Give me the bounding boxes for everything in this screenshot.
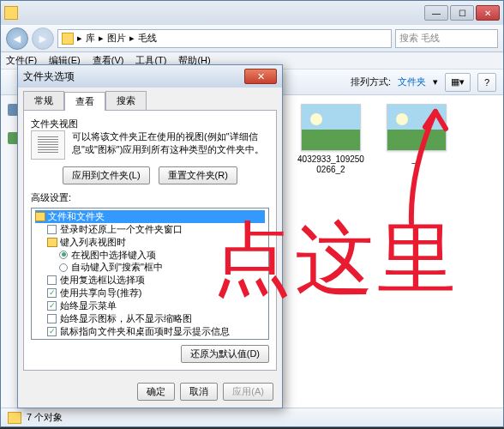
tree-item[interactable]: 键入列表视图时 — [35, 236, 265, 249]
status-count: 7 个对象 — [27, 411, 63, 424]
radio-icon[interactable] — [59, 263, 68, 272]
checkbox-icon[interactable]: ✓ — [47, 288, 57, 298]
close-button[interactable]: ✕ — [476, 5, 500, 21]
tree-item[interactable]: 登录时还原上一个文件夹窗口 — [35, 223, 265, 236]
folder-icon — [62, 33, 74, 45]
nav-bar: ◄ ► ▸ 库 ▸ 图片 ▸ 毛线 搜索 毛线 — [1, 25, 503, 52]
tab-search[interactable]: 搜索 — [105, 91, 147, 110]
apply-button[interactable]: 应用(A) — [223, 383, 273, 401]
tab-strip: 常规 查看 搜索 — [18, 88, 282, 110]
checkbox-icon[interactable]: ✓ — [47, 339, 57, 340]
tab-panel-view: 文件夹视图 可以将该文件夹正在使用的视图(例如"详细信息"或"图标")应用到所有… — [23, 110, 277, 371]
folder-options-dialog: 文件夹选项 ✕ 常规 查看 搜索 文件夹视图 可以将该文件夹正在使用的视图(例如… — [17, 64, 283, 408]
view-mode-button[interactable]: ▦▾ — [445, 73, 471, 92]
folder-icon — [35, 212, 45, 221]
folder-icon — [8, 412, 21, 424]
sort-label: 排列方式: — [351, 76, 391, 88]
tree-item[interactable]: 使用复选框以选择项 — [35, 274, 265, 287]
tree-item[interactable]: ✓始终显示菜单 — [35, 299, 265, 312]
dialog-titlebar: 文件夹选项 ✕ — [18, 65, 282, 88]
folder-icon — [47, 238, 57, 247]
radio-icon[interactable] — [59, 251, 68, 259]
thumbnail-item[interactable]: 4032933_1092500266_2 — [297, 104, 365, 175]
reset-folders-button[interactable]: 重置文件夹(R) — [159, 166, 237, 184]
breadcrumb[interactable]: ▸ 库 ▸ 图片 ▸ 毛线 — [57, 29, 392, 48]
advanced-tree[interactable]: 文件和文件夹 登录时还原上一个文件夹窗口 键入列表视图时 在视图中选择键入项 自… — [31, 208, 269, 340]
maximize-button[interactable]: ☐ — [450, 5, 474, 21]
tree-item[interactable]: 在视图中选择键入项 — [35, 249, 265, 262]
tree-item[interactable]: ✓鼠标指向文件夹和桌面项时显示提示信息 — [35, 325, 265, 338]
ok-button[interactable]: 确定 — [137, 383, 175, 401]
dialog-title: 文件夹选项 — [23, 69, 244, 84]
checkbox-icon[interactable]: ✓ — [47, 327, 57, 336]
bc-lib[interactable]: 图片 — [107, 32, 126, 45]
image-icon — [301, 104, 361, 151]
advanced-label: 高级设置: — [31, 191, 269, 204]
forward-button[interactable]: ► — [32, 27, 54, 50]
search-input[interactable]: 搜索 毛线 — [395, 29, 498, 48]
checkbox-icon[interactable] — [47, 225, 57, 234]
checkbox-icon[interactable]: ✓ — [47, 301, 57, 311]
titlebar: — ☐ ✕ — [1, 1, 503, 25]
folderview-desc: 可以将该文件夹正在使用的视图(例如"详细信息"或"图标")应用到所有这种类型的文… — [72, 130, 269, 160]
window-icon — [4, 6, 18, 20]
bc-folder[interactable]: 毛线 — [138, 32, 157, 45]
folderview-heading: 文件夹视图 — [31, 118, 269, 130]
files-link[interactable]: 文件夹 — [398, 76, 426, 88]
tree-item[interactable]: 始终显示图标，从不显示缩略图 — [35, 312, 265, 325]
tree-root[interactable]: 文件和文件夹 — [35, 210, 265, 223]
apply-to-folders-button[interactable]: 应用到文件夹(L) — [63, 166, 149, 184]
minimize-button[interactable]: — — [424, 5, 448, 21]
folderview-icon — [31, 130, 65, 160]
checkbox-icon[interactable] — [47, 275, 57, 285]
status-bar: 7 个对象 — [1, 408, 503, 426]
dialog-button-row: 确定 取消 应用(A) — [18, 376, 282, 408]
checkbox-icon[interactable] — [47, 314, 57, 323]
cancel-button[interactable]: 取消 — [180, 383, 218, 401]
back-button[interactable]: ◄ — [6, 27, 28, 50]
tree-item[interactable]: ✓使用共享向导(推荐) — [35, 287, 265, 299]
thumbnail-item[interactable]: _2 — [382, 104, 451, 175]
bc-root[interactable]: 库 — [86, 32, 95, 45]
window-controls: — ☐ ✕ — [424, 5, 500, 21]
help-button[interactable]: ? — [477, 73, 496, 92]
tab-view[interactable]: 查看 — [64, 92, 105, 111]
image-icon — [387, 104, 447, 151]
dialog-close-button[interactable]: ✕ — [244, 69, 277, 84]
restore-defaults-button[interactable]: 还原为默认值(D) — [181, 345, 269, 363]
tree-item[interactable]: 自动键入到"搜索"框中 — [35, 261, 265, 274]
tab-general[interactable]: 常规 — [23, 91, 64, 110]
tree-item[interactable]: ✓显示驱动器号 — [35, 337, 265, 340]
